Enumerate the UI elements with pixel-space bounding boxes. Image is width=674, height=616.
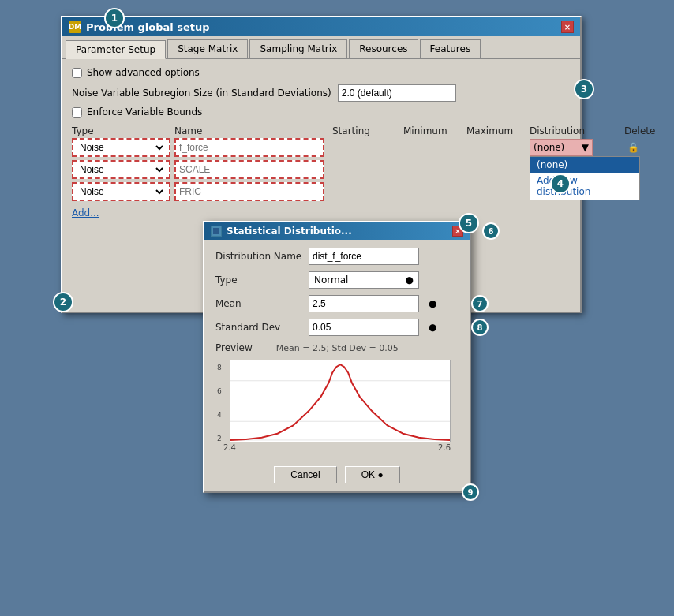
ok-button[interactable]: OK ● [345, 466, 400, 483]
stat-content: Distribution Name 6 Type Normal ● Mean [204, 240, 470, 460]
name-input-wrapper-row2[interactable] [174, 160, 324, 179]
type-select-input-row1[interactable]: Noise Design [77, 141, 166, 154]
stddev-input[interactable] [309, 319, 419, 336]
stat-dialog-icon [211, 226, 222, 237]
table-row: Noise Design (none) ▼ ( [72, 138, 571, 157]
title-bar: DM Problem global setup × [62, 17, 580, 36]
stddev-label: Standard Dev [215, 322, 302, 333]
enforce-bounds-row: Enforce Variable Bounds [72, 106, 571, 118]
dist-button-row1[interactable]: (none) ▼ [530, 139, 593, 156]
badge-3: 3 [574, 79, 594, 99]
dist-option-add-new[interactable]: Add new distribution [530, 173, 639, 200]
stat-type-row: Type Normal ● [215, 271, 459, 289]
noise-var-input[interactable] [338, 84, 456, 102]
type-select-row3[interactable]: Noise Design [72, 182, 170, 201]
dialog-buttons: Cancel OK ● 9 [204, 460, 470, 491]
tab-stage-matrix[interactable]: Stage Matrix [167, 39, 248, 58]
name-input-row1[interactable] [179, 142, 320, 153]
dist-arrow-icon: ▼ [582, 142, 589, 153]
badge-5: 5 [459, 213, 479, 233]
lock-icon-row1[interactable]: 🔒 [627, 142, 639, 153]
ok-dot: ● [377, 469, 383, 480]
y-axis: 8 6 4 2 [217, 364, 222, 442]
type-select-input-row2[interactable]: Noise Design [77, 163, 166, 176]
table-header: Type Name Starting Minimum Maximum Distr… [72, 124, 571, 138]
dist-dropdown-row1: (none) Add new distribution [530, 156, 640, 200]
tab-features[interactable]: Features [420, 39, 481, 58]
type-select-row2[interactable]: Noise Design [72, 160, 170, 179]
table-row: Noise Design [72, 160, 571, 179]
col-starting: Starting [332, 125, 403, 136]
table-row: Noise Design [72, 182, 571, 201]
col-maximum: Maximum [466, 125, 530, 136]
add-link[interactable]: Add... [72, 207, 99, 218]
stat-dialog: 5 Statistical Distributio... × Distribut… [203, 221, 471, 493]
noise-var-label: Noise Variable Subregion Size (in Standa… [72, 88, 331, 99]
badge-6: 6 [482, 222, 500, 240]
mean-dot: ● [429, 298, 436, 309]
noise-var-row: Noise Variable Subregion Size (in Standa… [72, 84, 571, 102]
badge-1: 1 [104, 8, 125, 28]
enforce-bounds-label: Enforce Variable Bounds [87, 106, 202, 118]
mean-input[interactable] [309, 295, 419, 312]
type-value: Normal [314, 274, 348, 286]
name-input-wrapper-row3[interactable] [174, 182, 324, 201]
svg-rect-0 [213, 228, 219, 234]
dist-cell-row1: (none) ▼ (none) Add new distribution [530, 139, 624, 156]
type-select-btn[interactable]: Normal ● [309, 271, 419, 289]
mean-label: Mean [215, 298, 302, 309]
col-distribution: Distribution [530, 125, 624, 136]
x-axis: 2.4 2.6 [215, 442, 459, 452]
enforce-bounds-checkbox[interactable] [72, 107, 82, 118]
chart-svg [230, 360, 450, 442]
cancel-button[interactable]: Cancel [274, 466, 336, 483]
delete-cell-row1: 🔒 [627, 142, 672, 153]
preview-label: Preview [215, 342, 253, 353]
tab-resources[interactable]: Resources [349, 39, 418, 58]
tab-sampling-matrix[interactable]: Sampling Matrix [249, 39, 347, 58]
stddev-dot: ● [429, 322, 436, 333]
type-arrow-icon: ● [406, 274, 414, 286]
col-type: Type [72, 125, 174, 136]
stat-title-bar: Statistical Distributio... × [204, 222, 470, 240]
stat-dialog-title: Statistical Distributio... [227, 226, 352, 237]
show-advanced-row: Show advanced options [72, 67, 571, 78]
col-name: Name [174, 125, 332, 136]
dist-name-label: Distribution Name [215, 251, 302, 262]
badge-9: 9 [462, 483, 479, 501]
name-input-wrapper-row1[interactable] [174, 138, 324, 157]
stat-dist-name-row: Distribution Name 6 [215, 248, 459, 265]
badge-4: 4 [550, 174, 571, 194]
preview-subtitle: Mean = 2.5; Std Dev = 0.05 [276, 343, 399, 353]
col-minimum: Minimum [403, 125, 466, 136]
dist-option-none[interactable]: (none) [530, 157, 639, 173]
badge-2: 2 [53, 292, 73, 312]
tab-parameter-setup[interactable]: Parameter Setup [66, 40, 166, 59]
name-input-row3[interactable] [179, 186, 320, 197]
stat-stddev-row: Standard Dev ● 8 [215, 319, 459, 336]
dist-name-input[interactable] [309, 248, 419, 265]
type-label: Type [215, 274, 302, 286]
show-advanced-label: Show advanced options [87, 67, 200, 78]
chart-area: 8 6 4 2 [215, 360, 459, 442]
name-input-row2[interactable] [179, 164, 320, 175]
type-select-input-row3[interactable]: Noise Design [77, 185, 166, 198]
badge-8: 8 [471, 319, 489, 336]
type-select-row1[interactable]: Noise Design [72, 138, 170, 157]
chart-container [230, 360, 451, 442]
col-delete: Delete [624, 125, 672, 136]
show-advanced-checkbox[interactable] [72, 68, 82, 78]
badge-7: 7 [471, 295, 489, 312]
preview-section: Preview Mean = 2.5; Std Dev = 0.05 8 6 4… [215, 342, 459, 452]
close-button[interactable]: × [561, 21, 574, 33]
tabs-bar: Parameter Setup Stage Matrix Sampling Ma… [62, 36, 580, 59]
dist-value-row1: (none) [534, 142, 564, 153]
app-icon: DM [69, 21, 81, 33]
stat-mean-row: Mean ● 7 [215, 295, 459, 312]
